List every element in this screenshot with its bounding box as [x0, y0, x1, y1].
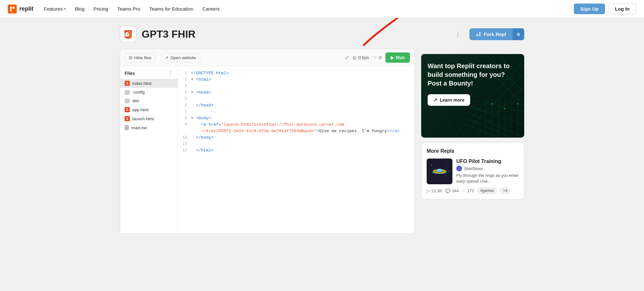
- code-line-3: 3: [178, 83, 414, 89]
- file-item-config[interactable]: .config: [120, 88, 178, 96]
- html-file-icon: 5: [125, 107, 130, 112]
- play-icon: ▷: [427, 188, 430, 193]
- fork-repl-group: Fork Repl 0: [469, 28, 524, 40]
- fork-repl-count[interactable]: 0: [513, 28, 524, 40]
- more-repls-section: More Repls: [421, 143, 524, 199]
- nav-careers[interactable]: Careers: [203, 6, 220, 12]
- tag-more[interactable]: +4: [500, 187, 510, 194]
- external-link-icon: ↗: [433, 97, 437, 103]
- hide-files-button[interactable]: ⊟ Hide files: [125, 53, 156, 62]
- svg-point-9: [479, 35, 480, 36]
- more-repls-title: More Repls: [427, 148, 519, 154]
- svg-point-7: [477, 35, 478, 36]
- bounty-title: Want top Replit creators to build someth…: [428, 62, 518, 88]
- replit-logo-icon: [8, 5, 17, 14]
- code-line-9: 9 <a href="launch.html?iss=https://fhir-…: [178, 122, 414, 128]
- code-line-6: 6 </head>: [178, 102, 414, 109]
- code-line-4: 4 ▼ <head>: [178, 89, 414, 96]
- heart-icon: ♡: [373, 55, 377, 60]
- repl-name: UFO Pilot Training: [456, 159, 519, 164]
- repl-author: ShelSilver: [456, 166, 519, 171]
- editor-panel: ⊟ Hide files ↗ Open website ⤢ ◎ 0 tips: [120, 49, 415, 234]
- signup-button[interactable]: Sign Up: [574, 4, 605, 14]
- logo-text: replit: [19, 5, 33, 12]
- play-count: ▷ 13.3K: [427, 188, 442, 193]
- svg-line-24: [466, 125, 498, 138]
- expand-icon: ⤢: [345, 55, 349, 60]
- file-item-index-html[interactable]: 5 index.html: [120, 79, 178, 88]
- files-more-button[interactable]: ⋮: [168, 70, 173, 76]
- navbar: replit Features ▾ Blog Pricing Teams Pro…: [0, 0, 644, 18]
- svg-point-8: [479, 32, 480, 33]
- repl-description: Fly through the rings as you enter warp …: [456, 173, 519, 184]
- file-item-dist[interactable]: dist: [120, 96, 178, 105]
- code-line-8: 8 ▼ <body>: [178, 115, 414, 122]
- files-panel: Files ⋮ 5 index.html .config dist: [120, 66, 178, 233]
- like-count: ♡ 172: [462, 188, 474, 193]
- tag-games[interactable]: #games: [477, 187, 497, 194]
- svg-point-39: [430, 176, 430, 177]
- file-icon: [125, 125, 129, 130]
- nav-blog[interactable]: Blog: [75, 6, 84, 12]
- more-options-button[interactable]: ⋮: [451, 28, 464, 40]
- svg-rect-2: [10, 9, 12, 11]
- panel-icon: ⊟: [129, 55, 132, 60]
- code-line-7: 7: [178, 109, 414, 115]
- author-avatar: [456, 166, 462, 171]
- ufo-thumbnail-svg: [427, 159, 452, 184]
- repl-info: UFO Pilot Training ShelSilver Fly throug…: [456, 159, 519, 184]
- sidebar: Want top Replit creators to build someth…: [421, 49, 524, 234]
- bounty-content: Want top Replit creators to build someth…: [421, 54, 524, 112]
- toolbar-right: ⤢ ◎ 0 tips ♡ 0 ▶ Run: [345, 52, 410, 63]
- project-icon: [120, 26, 137, 42]
- files-header: Files ⋮: [120, 70, 178, 79]
- repl-thumbnail: [427, 159, 452, 184]
- svg-rect-3: [13, 7, 14, 9]
- code-line-10: 10 </body>: [178, 134, 414, 141]
- logo-link[interactable]: replit: [8, 5, 33, 14]
- bounty-learn-more-button[interactable]: ↗ Learn more: [428, 94, 470, 106]
- file-item-app-html[interactable]: 5 app.html: [120, 105, 178, 114]
- likes-button[interactable]: ♡ 0: [373, 55, 382, 60]
- svg-rect-1: [10, 7, 12, 9]
- code-area[interactable]: 1 <!DOCTYPE html> 2 ▼ <html> 3 4 ▼ <head…: [178, 66, 414, 233]
- svg-point-38: [449, 171, 450, 172]
- folder-icon: [125, 99, 130, 103]
- project-title: GPT3 FHIR: [142, 28, 446, 40]
- chevron-down-icon: ▾: [64, 7, 66, 11]
- project-header: GPT3 FHIR ⋮ Fork Repl 0: [120, 26, 524, 42]
- svg-point-41: [436, 169, 443, 172]
- eye-icon: ◎: [353, 55, 356, 60]
- expand-button[interactable]: ⤢: [345, 55, 349, 60]
- nav-features[interactable]: Features ▾: [44, 6, 66, 12]
- comment-icon: 💬: [445, 188, 450, 193]
- html5-icon: [123, 29, 133, 39]
- svg-point-36: [431, 165, 432, 165]
- nav-teams-education[interactable]: Teams for Education: [149, 6, 194, 12]
- tips-button[interactable]: ◎ 0 tips: [353, 55, 369, 60]
- code-line-12: 12 </html>: [178, 147, 414, 154]
- play-icon: ▶: [391, 55, 394, 60]
- open-website-button[interactable]: ↗ Open website: [161, 53, 200, 62]
- code-line-11: 11: [178, 141, 414, 147]
- login-button[interactable]: Log In: [608, 3, 636, 14]
- html-file-icon: 5: [125, 81, 130, 86]
- fork-repl-button[interactable]: Fork Repl: [469, 28, 512, 40]
- svg-rect-0: [8, 5, 17, 14]
- main-content: GPT3 FHIR ⋮ Fork Repl 0 ⊟ Hide files: [109, 18, 535, 241]
- html-file-icon: 5: [125, 116, 130, 121]
- run-button[interactable]: ▶ Run: [385, 52, 410, 63]
- comment-count: 💬 344: [445, 188, 459, 193]
- bounty-card: Want top Replit creators to build someth…: [421, 54, 524, 138]
- svg-point-37: [446, 163, 446, 164]
- editor-container: ⊟ Hide files ↗ Open website ⤢ ◎ 0 tips: [120, 49, 524, 234]
- repl-card: UFO Pilot Training ShelSilver Fly throug…: [427, 159, 519, 184]
- file-item-read-me[interactable]: read.me: [120, 123, 178, 132]
- navbar-actions: Sign Up Log In: [574, 3, 636, 14]
- folder-icon: [125, 90, 130, 95]
- svg-line-22: [466, 112, 524, 138]
- nav-teams-pro[interactable]: Teams Pro: [117, 6, 140, 12]
- nav-pricing[interactable]: Pricing: [93, 6, 108, 12]
- code-line-5: 5: [178, 96, 414, 102]
- file-item-launch-html[interactable]: 5 launch.html: [120, 114, 178, 123]
